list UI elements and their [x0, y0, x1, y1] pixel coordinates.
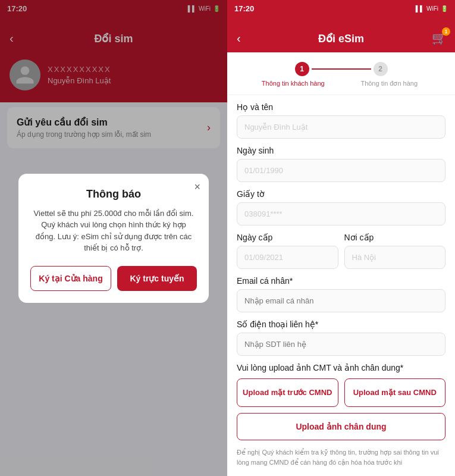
issue-date-label: Ngày cấp	[237, 233, 338, 242]
footer-note: Để nghị Quý khách kiểm tra kỹ thông tin,…	[237, 447, 445, 467]
upload-portrait-button[interactable]: Upload ảnh chân dung	[237, 413, 445, 440]
phone-input[interactable]	[237, 333, 445, 356]
issue-place-input[interactable]	[344, 246, 446, 269]
modal-buttons: Ký tại Cửa hàng Ký trực tuyến	[30, 266, 197, 291]
modal-overlay: × Thông báo Viettel sẽ thu phí 25.000đ c…	[0, 0, 227, 476]
step-1-label: Thông tin khách hàng	[245, 80, 341, 87]
dob-input[interactable]	[237, 159, 445, 182]
id-label: Giấy tờ	[237, 189, 445, 199]
right-header: 17:20 ▌▌ WiFi 🔋 ‹ Đổi eSim 🛒 1	[227, 0, 455, 52]
store-sign-button[interactable]: Ký tại Cửa hàng	[30, 266, 111, 291]
issue-place-label: Nơi cấp	[344, 233, 446, 242]
upload-front-button[interactable]: Upload mặt trước CMND	[237, 378, 338, 407]
name-label: Họ và tên	[237, 102, 445, 112]
close-icon[interactable]: ×	[194, 181, 200, 193]
right-back-button[interactable]: ‹	[237, 32, 241, 45]
status-bar-right: 17:20 ▌▌ WiFi 🔋	[227, 0, 455, 17]
step-1-circle: 1	[295, 62, 309, 76]
upload-section-label: Vui lòng upload ảnh CMT và ảnh chân dung…	[237, 363, 445, 372]
step-line	[312, 68, 371, 70]
id-group: Giấy tờ	[237, 189, 445, 226]
name-input[interactable]	[237, 115, 445, 139]
steps-row: 1 2	[239, 62, 443, 76]
date-place-row: Ngày cấp Nơi cấp	[237, 233, 445, 276]
phone-label: Số điện thoại liên hệ*	[237, 320, 445, 329]
upload-cmnd-row: Upload mặt trước CMND Upload mặt sau CMN…	[237, 378, 445, 407]
modal-title: Thông báo	[30, 188, 197, 201]
cart-icon-wrap[interactable]: 🛒 1	[432, 31, 447, 45]
email-input[interactable]	[237, 289, 445, 312]
issue-date-group: Ngày cấp	[237, 233, 338, 269]
dob-label: Ngày sinh	[237, 146, 445, 155]
cart-badge: 1	[442, 27, 450, 36]
signal-icon-right: ▌▌	[416, 5, 424, 12]
notification-modal: × Thông báo Viettel sẽ thu phí 25.000đ c…	[18, 174, 209, 303]
left-panel: 17:20 ▌▌ WiFi 🔋 ‹ Đổi sim XXXXXXXXXX Ngu…	[0, 0, 227, 476]
wifi-icon-right: WiFi	[426, 5, 438, 12]
step-2-label: Thông tin đơn hàng	[341, 80, 438, 87]
online-sign-button[interactable]: Ký trực tuyến	[117, 266, 197, 291]
battery-icon-right: 🔋	[441, 5, 448, 12]
steps-container: 1 2 Thông tin khách hàng Thông tin đơn h…	[227, 52, 455, 95]
issue-place-group: Nơi cấp	[344, 233, 446, 269]
status-icons-right: ▌▌ WiFi 🔋	[416, 5, 448, 12]
right-panel: 17:20 ▌▌ WiFi 🔋 ‹ Đổi eSim 🛒 1 1 2 Thông…	[227, 0, 455, 476]
issue-date-input[interactable]	[237, 246, 338, 269]
steps-labels: Thông tin khách hàng Thông tin đơn hàng	[239, 80, 443, 87]
id-input[interactable]	[237, 202, 445, 226]
step-2-circle: 2	[374, 62, 388, 76]
upload-section: Vui lòng upload ảnh CMT và ảnh chân dung…	[237, 363, 445, 467]
right-time: 17:20	[234, 4, 254, 13]
dob-group: Ngày sinh	[237, 146, 445, 182]
form-scroll: Họ và tên Ngày sinh Giấy tờ Ngày cấp Nơi…	[227, 95, 455, 476]
email-group: Email cá nhân*	[237, 276, 445, 312]
email-label: Email cá nhân*	[237, 276, 445, 286]
phone-group: Số điện thoại liên hệ*	[237, 320, 445, 356]
right-title: Đổi eSim	[318, 32, 364, 45]
modal-body: Viettel sẽ thu phí 25.000đ cho mỗi lần đ…	[30, 208, 197, 254]
upload-back-button[interactable]: Upload mặt sau CMND	[344, 378, 446, 407]
name-group: Họ và tên	[237, 102, 445, 139]
